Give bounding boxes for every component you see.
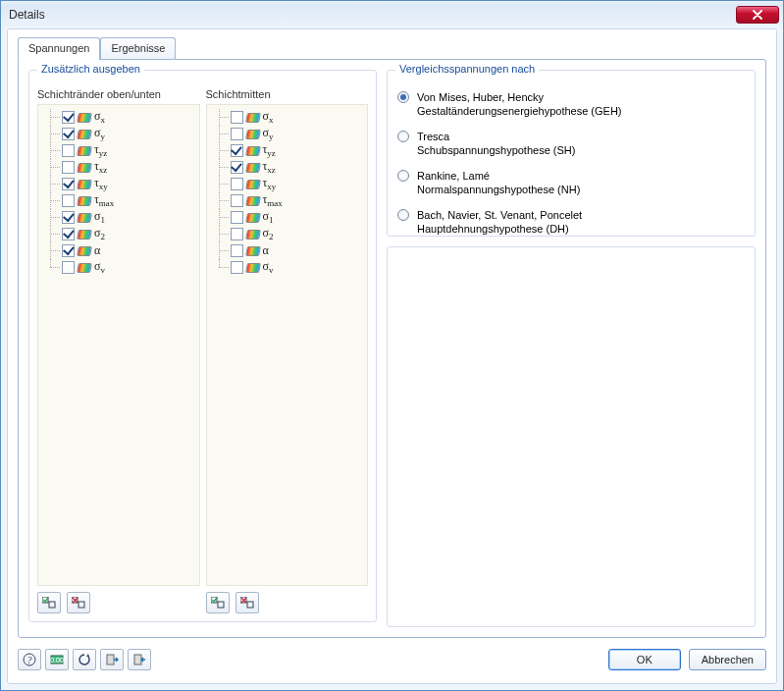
empty-panel [387, 246, 756, 627]
checkbox[interactable] [231, 128, 243, 140]
layer-icon [245, 113, 261, 123]
deselect-all-button[interactable] [235, 592, 259, 613]
layer-icon [245, 130, 261, 139]
tree-row[interactable]: σy [209, 126, 366, 142]
deselect-all-button[interactable] [67, 592, 90, 613]
export-icon [132, 653, 146, 666]
layer-icon [77, 246, 92, 256]
select-all-button[interactable] [37, 592, 61, 613]
tree-row[interactable]: σv [40, 259, 197, 276]
right-column: Vergleichsspannungen nach Von Mises, Hub… [387, 70, 756, 627]
checkbox[interactable] [231, 144, 243, 157]
import-button[interactable] [100, 649, 124, 670]
svg-rect-13 [134, 655, 141, 664]
radio[interactable] [397, 91, 409, 103]
radio-option[interactable]: Von Mises, Huber, HenckyGestaltänderungs… [395, 86, 747, 126]
symbol-label: τyz [94, 142, 107, 158]
svg-rect-3 [78, 602, 84, 608]
symbol-label: τxy [94, 176, 108, 191]
checkbox[interactable] [62, 244, 75, 257]
layer-icon [77, 113, 92, 123]
units-icon: 0.00 [50, 653, 64, 666]
tree-row[interactable]: τyz [209, 142, 366, 159]
radio-label: Bach, Navier, St. Venant, PonceletHauptd… [417, 208, 582, 236]
select-all-button[interactable] [206, 592, 230, 613]
tab-ergebnisse[interactable]: Ergebnisse [100, 37, 176, 59]
tree-row[interactable]: σ1 [209, 209, 366, 226]
close-button[interactable] [736, 6, 779, 24]
checkbox[interactable] [62, 144, 75, 157]
radio[interactable] [397, 209, 409, 221]
select-all-icon [211, 597, 225, 609]
tab-spannungen[interactable]: Spannungen [18, 37, 100, 59]
tree-schichtraender[interactable]: σxσyτyzτxzτxyτmaxσ1σ2ασv [37, 104, 200, 586]
checkbox[interactable] [231, 244, 243, 257]
tree-row[interactable]: σx [40, 109, 197, 126]
group-vergleichsspannungen: Vergleichsspannungen nach Von Mises, Hub… [387, 70, 756, 237]
layer-icon [245, 163, 261, 173]
checkbox[interactable] [231, 111, 243, 124]
export-button[interactable] [128, 649, 151, 670]
tree-row[interactable]: τxy [40, 176, 197, 192]
tree-schichtmitten[interactable]: σxσyτyzτxzτxyτmaxσ1σ2ασv [206, 104, 369, 586]
checkbox[interactable] [62, 261, 75, 274]
tree-row[interactable]: τxz [40, 159, 197, 176]
tree-row[interactable]: α [209, 242, 366, 259]
help-icon: ? [23, 653, 36, 666]
tab-panel: Zusätzlich ausgeben Schichtränder oben/u… [18, 59, 766, 638]
reset-button[interactable] [73, 649, 96, 670]
symbol-label: σy [94, 126, 105, 141]
close-icon [753, 10, 762, 20]
checkbox[interactable] [62, 228, 75, 240]
col-schichtraender: Schichtränder oben/unten σxσyτyzτxzτxyτm… [37, 86, 200, 613]
layer-icon [77, 130, 92, 139]
symbol-label: τxy [263, 176, 277, 191]
checkbox[interactable] [62, 211, 75, 224]
dialog-window: Details Spannungen Ergebnisse Zusätzlich… [0, 0, 784, 691]
symbol-label: σv [94, 259, 105, 275]
cancel-button[interactable]: Abbrechen [689, 649, 766, 670]
checkbox[interactable] [231, 161, 243, 174]
symbol-label: α [263, 243, 269, 258]
layer-icon [77, 230, 92, 239]
deselect-all-icon [240, 597, 254, 609]
tree-row[interactable]: σv [209, 259, 366, 276]
help-button[interactable]: ? [18, 649, 41, 670]
tree-row[interactable]: σ2 [40, 226, 197, 242]
tree-row[interactable]: τxz [209, 159, 366, 176]
tree-row[interactable]: τyz [40, 142, 197, 159]
svg-rect-12 [107, 655, 114, 664]
checkbox[interactable] [62, 128, 75, 140]
tree-row[interactable]: τmax [209, 192, 366, 209]
tabs: Spannungen Ergebnisse [18, 37, 176, 59]
checkbox[interactable] [62, 161, 75, 174]
checkbox[interactable] [62, 111, 75, 124]
radio-label: TrescaSchubspannungshypothese (SH) [417, 130, 575, 157]
radio-option[interactable]: Bach, Navier, St. Venant, PonceletHauptd… [395, 204, 747, 243]
radio[interactable] [397, 170, 409, 182]
checkbox[interactable] [231, 194, 243, 207]
svg-text:?: ? [27, 655, 32, 665]
radio-option[interactable]: Rankine, LaméNormalspannungshypothese (N… [395, 165, 747, 204]
tree-row[interactable]: α [40, 242, 197, 259]
ok-button[interactable]: OK [608, 649, 681, 670]
checkbox[interactable] [231, 228, 243, 240]
radio[interactable] [397, 131, 409, 142]
group-legend: Vergleichsspannungen nach [395, 63, 539, 75]
checkbox[interactable] [62, 178, 75, 190]
checkbox[interactable] [62, 194, 75, 207]
checkbox[interactable] [231, 211, 243, 224]
tree-row[interactable]: σx [209, 109, 366, 126]
tree-row[interactable]: σy [40, 126, 197, 142]
tree-row[interactable]: τxy [209, 176, 366, 192]
checkbox[interactable] [231, 178, 243, 190]
symbol-label: σy [263, 126, 274, 141]
col-schichtmitten: Schichtmitten σxσyτyzτxzτxyτmaxσ1σ2ασv [206, 86, 369, 613]
units-button[interactable]: 0.00 [45, 649, 69, 670]
tree-row[interactable]: σ2 [209, 226, 366, 242]
symbol-label: τxz [263, 159, 276, 175]
tree-row[interactable]: σ1 [40, 209, 197, 226]
checkbox[interactable] [231, 261, 243, 274]
radio-option[interactable]: TrescaSchubspannungshypothese (SH) [395, 126, 747, 165]
tree-row[interactable]: τmax [40, 192, 197, 209]
